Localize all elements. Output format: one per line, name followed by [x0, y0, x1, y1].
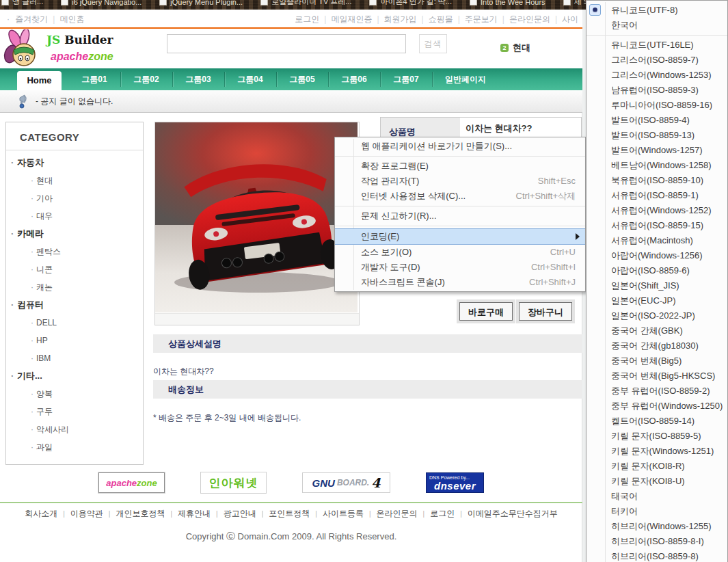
encoding-menu-item[interactable]: 중국어 간체(gb18030): [587, 338, 727, 353]
buy-now-button[interactable]: 바로구매: [459, 302, 513, 321]
bookmark-item[interactable]: 로얄슬라이더 TV 프레...: [260, 0, 351, 7]
footer-link[interactable]: 광고안내: [224, 509, 269, 518]
utility-link[interactable]: 온라인문의: [509, 14, 562, 24]
encoding-menu-item[interactable]: 발트어(ISO-8859-4): [587, 113, 727, 128]
footer-link[interactable]: 이용약관: [70, 509, 116, 518]
sidebar-item[interactable]: 자동차: [6, 154, 143, 172]
utility-link[interactable]: 로그인: [295, 14, 331, 24]
context-menu-item[interactable]: [335, 154, 585, 159]
context-menu-item[interactable]: 문제 신고하기(R)...: [335, 209, 585, 224]
encoding-menu-item[interactable]: 발트어(Windows-1257): [587, 143, 727, 158]
encoding-menu-item[interactable]: 유니코드(UTF-8): [587, 3, 727, 18]
encoding-menu-item[interactable]: 터키어: [587, 504, 727, 519]
nav-tab[interactable]: 일반페이지: [432, 74, 499, 85]
sidebar-item[interactable]: 컴퓨터: [6, 296, 143, 314]
nav-tab[interactable]: 그룹04: [224, 74, 276, 85]
encoding-menu-item[interactable]: 일본어(ISO-2022-JP): [587, 308, 727, 323]
encoding-menu-item[interactable]: 키릴 문자(Windows-1251): [587, 444, 727, 459]
context-menu-item[interactable]: 자바스크립트 콘솔(J) Ctrl+Shift+J: [335, 275, 585, 290]
encoding-menu-item[interactable]: 아랍어(Windows-1256): [587, 248, 727, 263]
nav-tab[interactable]: 그룹02: [120, 74, 172, 85]
sidebar-item[interactable]: 펜탁스: [6, 243, 143, 260]
utility-link[interactable]: 사이: [562, 14, 578, 24]
nav-tab[interactable]: 그룹06: [328, 74, 380, 85]
nav-tab[interactable]: 그룹05: [276, 74, 328, 85]
footer-link[interactable]: 사이트등록: [323, 509, 377, 518]
search-button[interactable]: 검색: [419, 34, 447, 53]
utility-link[interactable]: 메일재인증: [331, 14, 383, 24]
product-image[interactable]: [154, 122, 360, 325]
utility-link[interactable]: 회원가입: [384, 14, 429, 24]
site-logo[interactable]: JS Builder apachezone: [1, 29, 172, 68]
encoding-menu-item[interactable]: 서유럽어(Windows-1252): [587, 203, 727, 218]
sidebar-item[interactable]: 기아: [6, 189, 143, 207]
encoding-menu-item[interactable]: 중국어 간체(GBK): [587, 323, 727, 338]
encoding-menu-item[interactable]: 서유럽어(ISO-8859-15): [587, 218, 727, 233]
encoding-menu-item[interactable]: 유니코드(UTF-16LE): [587, 38, 727, 53]
encoding-menu-item[interactable]: 일본어(EUC-JP): [587, 293, 727, 308]
encoding-menu-item[interactable]: 남유럽어(ISO-8859-3): [587, 83, 727, 98]
utility-link[interactable]: 주문보기: [465, 14, 509, 24]
sidebar-item[interactable]: 캐논: [6, 278, 143, 296]
sidebar-item[interactable]: IBM: [6, 349, 143, 367]
sidebar-item[interactable]: 악세사리: [6, 420, 143, 438]
bookmark-item[interactable]: i6 jQuery Navigatio...: [61, 0, 141, 7]
apachezone-banner[interactable]: apachezone: [98, 472, 165, 493]
encoding-menu-item[interactable]: 키릴 문자(KOI8-U): [587, 474, 727, 489]
footer-link[interactable]: 포인트정책: [269, 509, 323, 518]
nav-tab[interactable]: 그룹01: [68, 74, 120, 85]
encoding-menu-item[interactable]: 한국어: [587, 18, 727, 33]
footer-link[interactable]: 개인보호정책: [116, 509, 178, 518]
encoding-menu-item[interactable]: 서유럽어(Macintosh): [587, 233, 727, 248]
encoding-menu-item[interactable]: [587, 33, 727, 38]
inawornet-banner[interactable]: 인아워넷: [200, 472, 267, 494]
nav-tab[interactable]: 그룹03: [172, 74, 224, 85]
sidebar-item[interactable]: 과일: [6, 438, 143, 456]
encoding-menu-item[interactable]: 아랍어(ISO-8859-6): [587, 263, 727, 278]
bookmark-item[interactable]: jQuery Menu Plugin...: [159, 0, 243, 7]
encoding-menu-item[interactable]: 히브리어(Windows-1255): [587, 519, 727, 534]
dnsever-banner[interactable]: DNS Powered by...dnsever: [426, 472, 484, 493]
context-menu-item[interactable]: 소스 보기(O) Ctrl+U: [335, 245, 585, 260]
encoding-menu-item[interactable]: 중국어 번체(Big5): [587, 353, 727, 369]
search-input[interactable]: [167, 34, 406, 53]
context-menu-item[interactable]: 인터넷 사용정보 삭제(C)... Ctrl+Shift+삭제: [335, 189, 585, 204]
encoding-menu-item[interactable]: 루마니아어(ISO-8859-16): [587, 98, 727, 113]
tab-home[interactable]: Home: [17, 71, 62, 90]
bookmark-item[interactable]: 앵 글러...: [1, 0, 43, 7]
sidebar-item[interactable]: 카메라: [6, 225, 143, 243]
context-menu-item[interactable]: 웹 애플리케이션 바로가기 만들기(S)...: [335, 139, 585, 154]
encoding-menu-item[interactable]: 키릴 문자(KOI8-R): [587, 459, 727, 474]
gnuboard-banner[interactable]: GNUBOARD.4: [302, 472, 390, 493]
encoding-menu-item[interactable]: 그리스어(ISO-8859-7): [587, 53, 727, 68]
footer-link[interactable]: 제휴안내: [178, 509, 224, 518]
bookmark-item[interactable]: Into the Wee Hours: [470, 0, 545, 7]
context-menu-item[interactable]: 인코딩(E): [335, 228, 585, 245]
encoding-menu-item[interactable]: 중국어 번체(Big5-HKSCS): [587, 369, 727, 384]
sidebar-item[interactable]: 기타...: [6, 367, 143, 385]
footer-link[interactable]: 로그인: [430, 509, 468, 518]
context-menu-item[interactable]: 확장 프로그램(E): [335, 159, 585, 174]
sidebar-item[interactable]: 현대: [6, 172, 143, 189]
context-menu-item[interactable]: 작업 관리자(T) Shift+Esc: [335, 174, 585, 189]
encoding-menu-item[interactable]: 북유럽어(ISO-8859-10): [587, 173, 727, 188]
footer-link[interactable]: 회사소개: [25, 509, 70, 518]
footer-link[interactable]: 온라인문의: [377, 509, 431, 518]
encoding-menu-item[interactable]: 일본어(Shift_JIS): [587, 278, 727, 293]
utility-link[interactable]: 메인홈: [59, 14, 84, 24]
encoding-menu-item[interactable]: 그리스어(Windows-1253): [587, 68, 727, 83]
nav-tab[interactable]: 그룹07: [380, 74, 432, 85]
footer-link[interactable]: 이메일주소무단수집거부: [468, 509, 558, 518]
bookmark-item[interactable]: 아이폰4 연가 길: 딱...: [369, 0, 452, 7]
encoding-menu-item[interactable]: 중부 유럽어(Windows-1250): [587, 399, 727, 414]
encoding-menu-item[interactable]: 서유럽어(ISO-8859-1): [587, 188, 727, 203]
sidebar-item[interactable]: DELL: [6, 314, 143, 332]
context-menu-item[interactable]: 개발자 도구(D) Ctrl+Shift+I: [335, 260, 585, 275]
utility-link[interactable]: 즐겨찾기: [15, 14, 59, 24]
encoding-menu-item[interactable]: 히브리어(ISO-8859-8-I): [587, 534, 727, 549]
encoding-menu-item[interactable]: 키릴 문자(ISO-8859-5): [587, 429, 727, 444]
encoding-menu-item[interactable]: 켈트어(ISO-8859-14): [587, 414, 727, 429]
encoding-menu-item[interactable]: 중부 유럽어(ISO-8859-2): [587, 384, 727, 399]
sidebar-item[interactable]: 대우: [6, 207, 143, 225]
context-menu-item[interactable]: [335, 204, 585, 209]
